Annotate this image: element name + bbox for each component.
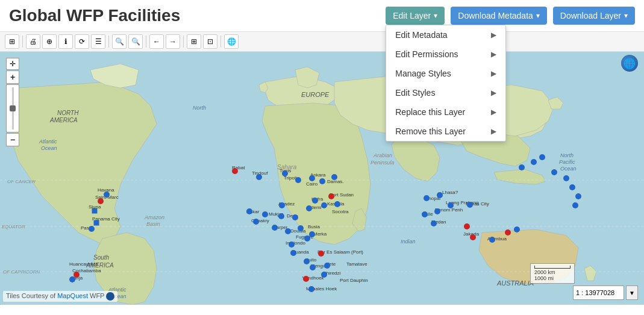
facility-marker[interactable] (304, 258, 310, 264)
facility-marker[interactable] (279, 202, 285, 208)
svg-text:AUSTRALIA: AUSTRALIA (496, 279, 534, 287)
facility-marker[interactable] (539, 154, 545, 160)
zoom-level-input[interactable] (573, 285, 624, 300)
zoom-level-arrow[interactable]: ▼ (626, 285, 638, 300)
toolbar-zoom-out-btn[interactable]: 🔍 (128, 34, 143, 49)
edit-metadata-item[interactable]: Edit Metadata ▶ (386, 25, 505, 45)
facility-marker[interactable] (575, 193, 581, 199)
facility-marker[interactable] (437, 192, 443, 198)
toolbar-info-btn[interactable]: ℹ (58, 34, 73, 49)
replace-layer-item[interactable]: Replace this Layer ▶ (386, 102, 505, 122)
facility-marker[interactable] (98, 198, 104, 204)
facility-marker[interactable] (312, 198, 318, 204)
wfp-logo (106, 292, 114, 301)
facility-marker[interactable] (319, 178, 325, 184)
attribution-link[interactable]: MapQuest (57, 292, 88, 299)
facility-marker[interactable] (89, 226, 95, 232)
facility-marker[interactable] (278, 213, 284, 219)
facility-marker[interactable] (308, 286, 314, 292)
facility-marker[interactable] (290, 250, 296, 256)
facility-marker[interactable] (328, 193, 334, 199)
facility-marker[interactable] (551, 169, 557, 175)
download-layer-button[interactable]: Download Layer (553, 7, 635, 25)
facility-marker[interactable] (306, 205, 312, 211)
facility-marker[interactable] (448, 202, 454, 208)
toolbar-globe-btn[interactable]: 🌐 (224, 34, 239, 49)
map-container[interactable]: NORTH AMERICA Atlantic Ocean EUROPE Nort… (0, 52, 644, 305)
facility-marker[interactable] (92, 208, 98, 214)
svg-text:NORTH: NORTH (57, 110, 79, 116)
download-metadata-dropdown[interactable]: Download Metadata (451, 7, 547, 25)
toolbar-select-btn[interactable]: ⊡ (203, 34, 217, 49)
facility-marker[interactable] (285, 228, 291, 234)
facility-marker[interactable] (0, 304, 4, 305)
facility-marker[interactable] (489, 237, 495, 243)
zoom-out-btn[interactable]: − (6, 133, 19, 146)
toolbar-refresh-btn[interactable]: ⟳ (75, 34, 89, 49)
facility-marker[interactable] (321, 272, 327, 278)
facility-marker[interactable] (292, 214, 298, 220)
facility-marker[interactable] (310, 264, 316, 270)
facility-marker[interactable] (232, 168, 238, 174)
edit-styles-item[interactable]: Edit Styles ▶ (386, 83, 505, 102)
facility-marker[interactable] (531, 159, 537, 165)
facility-marker[interactable] (272, 225, 278, 231)
facility-marker[interactable] (470, 234, 476, 240)
map-attribution: Tiles Courtesy of MapQuest WFP (3, 291, 117, 302)
edit-permissions-item[interactable]: Edit Permissions ▶ (386, 45, 505, 64)
toolbar-print-btn[interactable]: 🖨 (26, 34, 40, 49)
facility-marker[interactable] (104, 192, 110, 198)
toolbar-forward-btn[interactable]: → (166, 34, 180, 49)
facility-marker[interactable] (303, 276, 309, 282)
facility-marker[interactable] (331, 174, 337, 180)
facility-marker[interactable] (318, 251, 324, 257)
edit-layer-menu: Edit Metadata ▶ Edit Permissions ▶ Manag… (386, 25, 506, 142)
edit-styles-label: Edit Styles (395, 88, 435, 98)
facility-marker[interactable] (572, 202, 578, 208)
facility-marker[interactable] (69, 276, 75, 282)
facility-marker[interactable] (334, 201, 340, 207)
facility-marker[interactable] (262, 211, 268, 217)
facility-marker[interactable] (563, 175, 569, 181)
facility-marker[interactable] (309, 231, 315, 237)
facility-marker[interactable] (246, 208, 252, 214)
toolbar-back-btn[interactable]: ← (149, 34, 164, 49)
facility-marker[interactable] (424, 195, 430, 201)
facility-marker[interactable] (289, 242, 295, 248)
download-metadata-button[interactable]: Download Metadata (451, 7, 547, 25)
facility-marker[interactable] (434, 208, 440, 214)
globe-icon[interactable]: 🌐 (621, 55, 638, 72)
download-layer-dropdown[interactable]: Download Layer (553, 7, 635, 25)
facility-marker[interactable] (321, 202, 327, 208)
zoom-slider[interactable] (6, 84, 19, 133)
facility-marker[interactable] (256, 174, 262, 180)
zoom-in-btn[interactable]: + (6, 70, 19, 84)
manage-styles-item[interactable]: Manage Styles ▶ (386, 64, 505, 83)
facility-marker[interactable] (467, 202, 473, 208)
edit-layer-button[interactable]: Edit Layer (386, 7, 445, 25)
facility-marker[interactable] (298, 225, 304, 231)
facility-marker[interactable] (253, 219, 259, 225)
toolbar-zoom-extent-btn[interactable]: ⊕ (42, 34, 57, 49)
toolbar-search-btn[interactable]: 🔍 (112, 34, 127, 49)
facility-marker[interactable] (431, 220, 437, 226)
facility-marker[interactable] (94, 220, 99, 226)
zoom-pan-btn[interactable]: ✛ (6, 58, 19, 70)
facility-marker[interactable] (282, 170, 288, 176)
svg-text:Pacific: Pacific (559, 159, 575, 165)
facility-marker[interactable] (505, 229, 511, 235)
toolbar-grid-btn[interactable]: ⊞ (187, 34, 201, 49)
toolbar-menu-btn[interactable]: ☰ (91, 34, 105, 49)
edit-layer-dropdown[interactable]: Edit Layer Edit Metadata ▶ Edit Permissi… (386, 7, 445, 25)
remove-layer-item[interactable]: Remove this Layer ▶ (386, 122, 505, 141)
facility-marker[interactable] (295, 177, 301, 183)
facility-marker[interactable] (464, 223, 470, 229)
facility-marker[interactable] (324, 263, 330, 269)
facility-marker[interactable] (514, 226, 520, 232)
toolbar-layers-btn[interactable]: ⊞ (5, 34, 19, 49)
facility-marker[interactable] (422, 211, 428, 217)
facility-marker[interactable] (309, 175, 315, 181)
facility-marker[interactable] (569, 184, 575, 190)
facility-marker[interactable] (304, 235, 310, 242)
facility-marker[interactable] (519, 164, 525, 170)
